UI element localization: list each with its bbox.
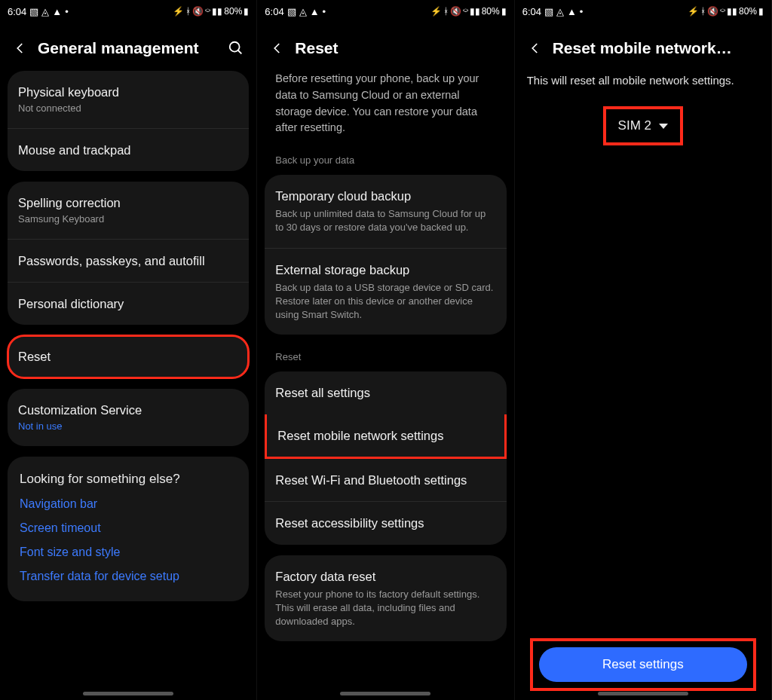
card-looking-for: Looking for something else? Navigation b… (8, 457, 249, 601)
charging-icon: ⚡ (173, 7, 184, 16)
card-reset: Reset (8, 335, 249, 378)
nav-handle[interactable] (83, 692, 173, 695)
row-spelling-correction[interactable]: Spelling correction Samsung Keyboard (8, 182, 249, 239)
row-personal-dictionary[interactable]: Personal dictionary (8, 282, 249, 325)
wifi-icon: ⌔ (205, 7, 210, 16)
link-transfer-data[interactable]: Transfer data for device setup (20, 570, 237, 583)
row-title: Spelling correction (18, 194, 238, 211)
battery-text: 80% (224, 6, 242, 17)
user-icon: ◬ (41, 7, 49, 17)
section-reset: Reset (265, 345, 506, 371)
warning-icon: ▲ (310, 7, 320, 17)
battery-text: 80% (482, 6, 500, 17)
row-customization-service[interactable]: Customization Service Not in use (8, 389, 249, 446)
card-input-devices: Physical keyboard Not connected Mouse an… (8, 71, 249, 171)
row-passwords[interactable]: Passwords, passkeys, and autofill (8, 239, 249, 282)
row-reset-all-settings[interactable]: Reset all settings (265, 371, 506, 414)
sim-selector[interactable]: SIM 2 (603, 106, 683, 145)
svg-point-0 (230, 42, 240, 52)
row-title: Personal dictionary (18, 295, 238, 312)
battery-icon: ▮ (758, 7, 764, 16)
svg-line-1 (238, 50, 242, 54)
row-title: Customization Service (18, 402, 238, 418)
row-title: Factory data reset (275, 568, 495, 585)
row-title: Reset all settings (275, 384, 495, 401)
back-icon[interactable] (12, 40, 29, 57)
status-bar: 6:04 ▧ ◬ ▲ • ⚡ ᚼ 🔇 ⌔ ▮▮ 80% ▮ (257, 0, 513, 23)
battery-text: 80% (739, 6, 757, 17)
back-icon[interactable] (269, 40, 286, 57)
row-factory-reset[interactable]: Factory data reset Reset your phone to i… (265, 555, 506, 642)
sim-selector-wrap: SIM 2 (527, 106, 759, 145)
card-factory-reset: Factory data reset Reset your phone to i… (265, 555, 506, 642)
row-desc: Back up unlimited data to Samsung Cloud … (275, 207, 495, 234)
header: Reset (257, 23, 513, 71)
reset-settings-button[interactable]: Reset settings (539, 647, 747, 682)
card-text-settings: Spelling correction Samsung Keyboard Pas… (8, 182, 249, 325)
content: This will reset all mobile network setti… (515, 71, 771, 700)
status-time: 6:04 (265, 6, 283, 17)
link-font-size-style[interactable]: Font size and style (20, 546, 237, 559)
row-mouse-trackpad[interactable]: Mouse and trackpad (8, 128, 249, 171)
looking-title: Looking for something else? (20, 472, 237, 487)
status-bar: 6:04 ▧ ◬ ▲ • ⚡ ᚼ 🔇 ⌔ ▮▮ 80% ▮ (0, 0, 256, 23)
warning-icon: ▲ (52, 7, 62, 17)
chevron-down-icon (659, 124, 668, 129)
battery-icon: ▮ (244, 7, 249, 16)
picture-icon: ▧ (29, 7, 38, 17)
row-temp-cloud-backup[interactable]: Temporary cloud backup Back up unlimited… (265, 175, 506, 248)
row-title: Reset (18, 348, 238, 365)
content: Physical keyboard Not connected Mouse an… (0, 71, 256, 700)
charging-icon: ⚡ (430, 7, 442, 16)
back-icon[interactable] (527, 40, 544, 57)
description: This will reset all mobile network setti… (527, 74, 759, 87)
card-customization: Customization Service Not in use (8, 389, 249, 446)
card-reset-options: Reset all settings Reset mobile network … (265, 371, 506, 544)
nav-handle[interactable] (340, 692, 430, 695)
signal-icon: ▮▮ (727, 7, 737, 16)
user-icon: ◬ (556, 7, 564, 17)
lead-text: Before resetting your phone, back up you… (265, 71, 506, 148)
row-title: Temporary cloud backup (275, 188, 495, 204)
row-external-storage-backup[interactable]: External storage backup Back up data to … (265, 248, 506, 335)
reset-button-highlight: Reset settings (530, 638, 756, 691)
wifi-icon: ⌔ (720, 7, 725, 16)
row-reset-accessibility[interactable]: Reset accessibility settings (265, 501, 506, 544)
search-icon[interactable] (228, 40, 244, 57)
more-icon: • (323, 7, 326, 17)
button-label: Reset settings (602, 657, 684, 672)
header: Reset mobile network… (515, 23, 771, 71)
more-icon: • (65, 7, 69, 17)
link-navigation-bar[interactable]: Navigation bar (20, 497, 237, 511)
mute-icon: 🔇 (192, 7, 204, 16)
warning-icon: ▲ (567, 7, 577, 17)
row-title: Passwords, passkeys, and autofill (18, 252, 238, 269)
battery-icon: ▮ (501, 7, 507, 16)
row-reset-mobile-network[interactable]: Reset mobile network settings (265, 414, 506, 459)
picture-icon: ▧ (287, 7, 296, 17)
row-sub: Samsung Keyboard (18, 212, 238, 226)
wifi-icon: ⌔ (463, 7, 468, 16)
row-title: Mouse and trackpad (18, 142, 238, 158)
row-reset[interactable]: Reset (8, 335, 249, 378)
signal-icon: ▮▮ (212, 7, 222, 16)
link-screen-timeout[interactable]: Screen timeout (20, 521, 237, 535)
status-bar: 6:04 ▧ ◬ ▲ • ⚡ ᚼ 🔇 ⌔ ▮▮ 80% ▮ (515, 0, 771, 23)
page-title: General management (38, 39, 219, 57)
row-desc: Back up data to a USB storage device or … (275, 281, 495, 322)
mute-icon: 🔇 (707, 7, 718, 16)
header: General management (0, 23, 256, 71)
row-title: Physical keyboard (18, 84, 238, 100)
picture-icon: ▧ (544, 7, 553, 17)
bluetooth-icon: ᚼ (185, 7, 191, 16)
status-time: 6:04 (522, 6, 541, 17)
row-sub: Not connected (18, 102, 238, 115)
charging-icon: ⚡ (688, 7, 699, 16)
bluetooth-icon: ᚼ (700, 7, 706, 16)
panel-reset: 6:04 ▧ ◬ ▲ • ⚡ ᚼ 🔇 ⌔ ▮▮ 80% ▮ Reset Befo… (257, 0, 514, 700)
signal-icon: ▮▮ (470, 7, 480, 16)
nav-handle[interactable] (598, 692, 688, 695)
section-backup: Back up your data (265, 148, 506, 175)
row-reset-wifi-bt[interactable]: Reset Wi-Fi and Bluetooth settings (265, 459, 506, 501)
row-physical-keyboard[interactable]: Physical keyboard Not connected (8, 71, 249, 128)
